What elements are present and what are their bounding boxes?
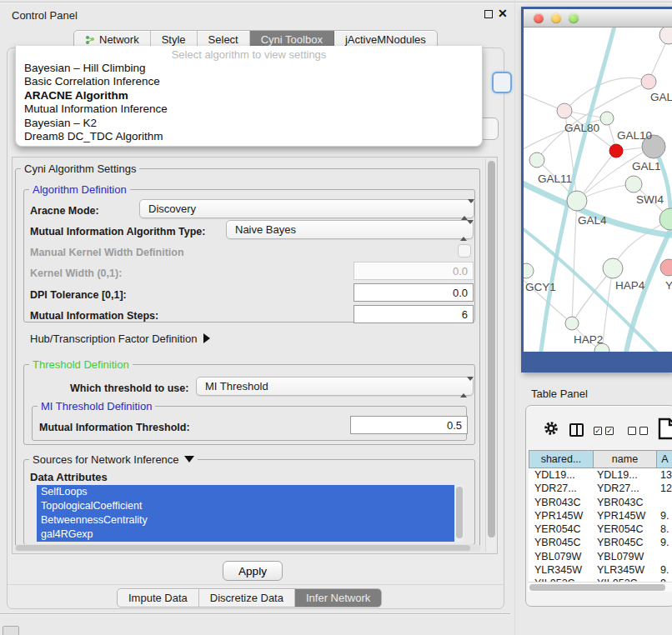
float-window-icon[interactable]	[484, 10, 493, 18]
network-edge	[524, 181, 672, 236]
algorithm-option-bayesian-hill-climbing[interactable]: Bayesian – Hill Climbing	[16, 62, 482, 75]
close-icon[interactable]: ✕	[498, 7, 508, 20]
column-header-name[interactable]: name	[594, 450, 657, 468]
network-node-pink-right[interactable]	[660, 259, 672, 276]
top-divider	[0, 2, 672, 2]
network-node-gal11[interactable]	[529, 152, 544, 168]
zoom-traffic-light-icon[interactable]	[569, 13, 579, 23]
close-traffic-light-icon[interactable]	[534, 13, 544, 23]
resize-grip-icon[interactable]	[3, 626, 19, 635]
split-columns-icon[interactable]	[569, 423, 584, 437]
aracne-mode-select[interactable]: Discovery	[139, 199, 474, 218]
table-cell: YDR27...	[534, 482, 577, 495]
data-attribute-item-betweennesscentrality[interactable]: BetweennessCentrality	[37, 513, 454, 528]
page-title: Control Panel	[12, 9, 78, 22]
which-threshold-value: MI Threshold	[205, 380, 268, 392]
table-body: YDL19...YDL19...13YDR27...YDR27...12YBR0…	[529, 468, 672, 592]
kernel-width-field[interactable]: 0.0	[354, 262, 474, 280]
table-row-ybr043c[interactable]: YBR043CYBR043C	[529, 496, 672, 509]
algorithm-option-basic-correlation-inference[interactable]: Basic Correlation Inference	[16, 75, 482, 88]
table-row-ydr27[interactable]: YDR27...YDR27...12	[529, 482, 672, 495]
table-row-ydl19[interactable]: YDL19...YDL19...13	[529, 468, 672, 482]
dropdown-placeholder: Select algorithm to view settings	[16, 48, 482, 62]
table-cell: YPR145W	[534, 509, 583, 522]
node-label-gcy1: GCY1	[525, 281, 556, 293]
algorithm-option-mutual-information-inference[interactable]: Mutual Information Inference	[16, 102, 482, 116]
network-view-window[interactable]: GALGAL80GAL10GAL1GAL11SWI4GAL4GCY1HAP4YH…	[521, 7, 672, 372]
mi-type-select[interactable]: Naive Bayes	[226, 220, 474, 239]
attributes-scrollbar[interactable]	[454, 485, 464, 542]
table-row-ylr345w[interactable]: YLR345WYLR345W9.	[529, 563, 672, 577]
minimize-traffic-light-icon[interactable]	[551, 13, 561, 23]
expand-right-icon	[203, 333, 210, 343]
network-icon	[85, 35, 95, 45]
panel-split-divider	[514, 0, 515, 635]
column-header-shared[interactable]: shared...	[529, 450, 594, 468]
table-cell: 8.	[660, 522, 669, 536]
settings-gear-icon[interactable]	[543, 420, 559, 440]
network-graph: GALGAL80GAL10GAL1GAL11SWI4GAL4GCY1HAP4YH…	[524, 28, 672, 352]
algorithm-option-bayesian-k2[interactable]: Bayesian – K2	[16, 117, 482, 130]
table-row-yer054c[interactable]: YER054CYER054C8.	[529, 522, 672, 536]
data-attribute-item-gal4rgexp[interactable]: gal4RGexp	[37, 528, 454, 542]
algorithm-option-aracne-algorithm[interactable]: ARACNE Algorithm	[16, 89, 482, 102]
node-label-gal: GAL	[650, 91, 672, 103]
mi-threshold-field[interactable]: 0.5	[350, 416, 468, 434]
data-attribute-item-topologicalcoefficient[interactable]: TopologicalCoefficient	[37, 499, 454, 513]
network-node-hap2[interactable]	[565, 317, 579, 330]
scrollbar-thumb[interactable]	[488, 161, 495, 538]
node-label-hap4: HAP4	[615, 279, 645, 292]
network-edge	[572, 201, 577, 323]
group-title: MI Threshold Definition	[38, 400, 155, 412]
export-table-icon[interactable]	[658, 418, 672, 443]
dpi-tolerance-field[interactable]: 0.0	[354, 283, 474, 302]
network-node-gal10-red[interactable]	[609, 144, 623, 158]
scrollbar-thumb[interactable]	[529, 584, 665, 591]
tab-label: jActiveMNodules	[345, 33, 426, 46]
table-row-ybr045c[interactable]: YBR045CYBR045C9.	[529, 536, 672, 549]
network-node-gcy1[interactable]	[524, 263, 534, 278]
network-node-gal80[interactable]	[557, 103, 572, 118]
algorithm-option-dream8-dc-tdc-algorithm[interactable]: Dream8 DC_TDC Algorithm	[16, 130, 482, 143]
network-node-gal4[interactable]	[567, 191, 587, 211]
network-node-swi4-green[interactable]	[659, 208, 672, 230]
column-header-a[interactable]: A	[657, 450, 672, 468]
tab-label: Infer Network	[306, 592, 370, 604]
which-threshold-select[interactable]: MI Threshold	[196, 377, 474, 396]
network-node-green-top[interactable]	[600, 112, 614, 125]
stepper-arrows-icon	[461, 203, 468, 216]
settings-vertical-scrollbar[interactable]	[485, 158, 496, 552]
sources-collapse-toggle[interactable]: Sources for Network Inference	[29, 453, 198, 466]
hub-definition-expander[interactable]: Hub/Transcription Factor Definition	[30, 332, 210, 345]
scrollbar-thumb[interactable]	[16, 545, 470, 551]
table-cell: YDL19...	[597, 468, 638, 482]
collapse-down-icon	[184, 456, 194, 462]
table-cell: YBR045C	[534, 536, 581, 549]
tab-infer-network[interactable]: Infer Network	[295, 589, 381, 607]
tab-discretize-data[interactable]: Discretize Data	[199, 589, 295, 607]
tab-impute-data[interactable]: Impute Data	[118, 589, 199, 607]
select-all-checkbox-icon[interactable]: ✓	[605, 427, 614, 435]
manual-kernel-checkbox[interactable]	[458, 244, 471, 258]
network-node-gal1[interactable]	[625, 176, 642, 192]
table-row-ypr145w[interactable]: YPR145WYPR145W9.	[529, 509, 672, 522]
settings-horizontal-scrollbar[interactable]	[14, 544, 481, 552]
deselect-checkbox-icon[interactable]	[639, 427, 648, 435]
network-canvas[interactable]: GALGAL80GAL10GAL1GAL11SWI4GAL4GCY1HAP4YH…	[524, 28, 672, 352]
table-cell: YBR043C	[534, 496, 581, 509]
table-horizontal-scrollbar[interactable]	[528, 582, 672, 592]
scrollbar-thumb[interactable]	[456, 487, 463, 538]
network-node-pink-upper[interactable]	[641, 74, 656, 89]
data-attribute-item-selfloops[interactable]: SelfLoops	[37, 485, 454, 499]
network-window-titlebar[interactable]	[524, 9, 672, 28]
network-node-top-partial[interactable]	[659, 28, 672, 44]
apply-button[interactable]: Apply	[223, 561, 283, 581]
mi-type-label: Mutual Information Algorithm Type:	[30, 226, 205, 238]
dpi-tolerance-label: DPI Tolerance [0,1]:	[30, 289, 127, 301]
deselect-checkbox-icon[interactable]	[628, 427, 636, 435]
table-row-ybl079w[interactable]: YBL079WYBL079W	[529, 550, 672, 563]
mi-steps-field[interactable]: 6	[354, 305, 474, 323]
select-all-checkbox-icon[interactable]: ✓	[594, 427, 602, 435]
focused-spinner-button[interactable]	[492, 72, 512, 93]
network-node-hap4[interactable]	[603, 258, 623, 278]
